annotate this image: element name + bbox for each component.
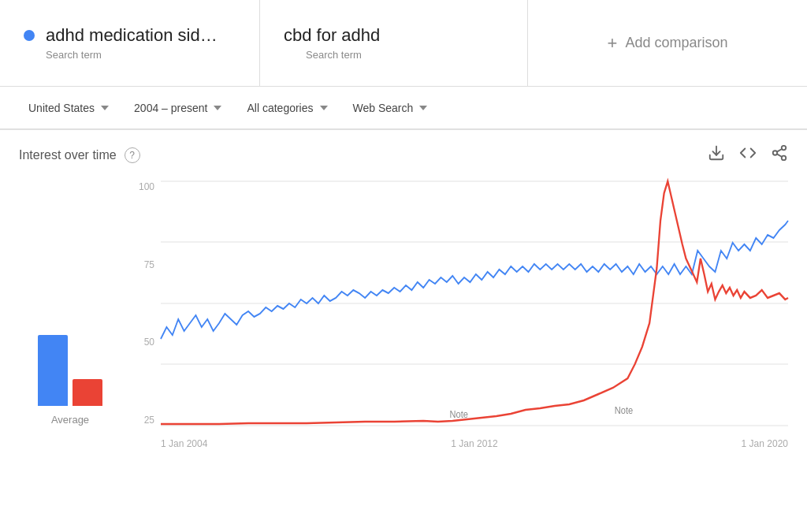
y-label-50: 50 xyxy=(144,337,154,348)
search-type-chevron-icon xyxy=(419,106,427,110)
dot-blue-icon xyxy=(24,30,35,41)
category-filter[interactable]: All categories xyxy=(234,97,340,119)
average-label: Average xyxy=(51,414,89,426)
avg-bar-red xyxy=(73,379,102,406)
chart-svg-container: Note Note xyxy=(161,181,788,426)
search-term-1: adhd medication sid… Search term xyxy=(0,0,260,86)
search-type-filter[interactable]: Web Search xyxy=(340,97,441,119)
x-label-2004: 1 Jan 2004 xyxy=(161,438,207,449)
term1-title: adhd medication sid… xyxy=(46,25,218,46)
note1-label: Note xyxy=(450,410,468,419)
period-label: 2004 – present xyxy=(134,102,207,114)
download-icon[interactable] xyxy=(708,144,725,166)
category-label: All categories xyxy=(247,102,313,114)
help-icon[interactable]: ? xyxy=(125,147,140,163)
search-term-2: cbd for adhd Search term xyxy=(260,0,528,86)
region-filter[interactable]: United States xyxy=(16,97,121,119)
term2-title: cbd for adhd xyxy=(284,25,380,45)
y-axis: 100 75 50 25 xyxy=(129,181,161,426)
main-chart: 100 75 50 25 Note Note xyxy=(121,181,788,449)
filters-bar: United States 2004 – present All categor… xyxy=(0,87,807,130)
section-title-text: Interest over time xyxy=(19,148,117,162)
region-label: United States xyxy=(28,102,95,114)
y-label-75: 75 xyxy=(144,259,154,270)
add-comparison-button[interactable]: + Add comparison xyxy=(528,0,807,86)
add-comparison-label: Add comparison xyxy=(625,35,727,51)
section-title-group: Interest over time ? xyxy=(19,147,140,163)
region-chevron-icon xyxy=(101,106,109,110)
term2-sublabel: Search term xyxy=(306,49,504,61)
average-section: Average xyxy=(19,181,121,449)
svg-line-4 xyxy=(777,154,782,157)
embed-icon[interactable] xyxy=(739,144,757,166)
category-chevron-icon xyxy=(320,106,328,110)
period-filter[interactable]: 2004 – present xyxy=(121,97,234,119)
plus-icon: + xyxy=(608,33,618,54)
svg-line-5 xyxy=(777,149,782,152)
trend-chart-svg: Note Note xyxy=(161,181,788,426)
y-label-100: 100 xyxy=(139,181,154,192)
note2-label: Note xyxy=(615,406,633,415)
chart-area: Average 100 75 50 25 No xyxy=(0,173,807,465)
y-label-25: 25 xyxy=(144,415,154,426)
average-bars xyxy=(38,311,102,406)
section-actions xyxy=(708,144,788,166)
x-axis: 1 Jan 2004 1 Jan 2012 1 Jan 2020 xyxy=(161,438,788,449)
term1-sublabel: Search term xyxy=(46,49,236,61)
x-label-2012: 1 Jan 2012 xyxy=(451,438,497,449)
section-header: Interest over time ? xyxy=(0,130,807,173)
avg-bar-blue xyxy=(38,335,68,406)
search-type-label: Web Search xyxy=(353,102,414,114)
x-label-2020: 1 Jan 2020 xyxy=(742,438,788,449)
red-trend-line xyxy=(161,181,788,424)
share-icon[interactable] xyxy=(771,144,788,166)
header: adhd medication sid… Search term cbd for… xyxy=(0,0,807,87)
period-chevron-icon xyxy=(214,106,221,110)
blue-trend-line xyxy=(161,221,788,339)
